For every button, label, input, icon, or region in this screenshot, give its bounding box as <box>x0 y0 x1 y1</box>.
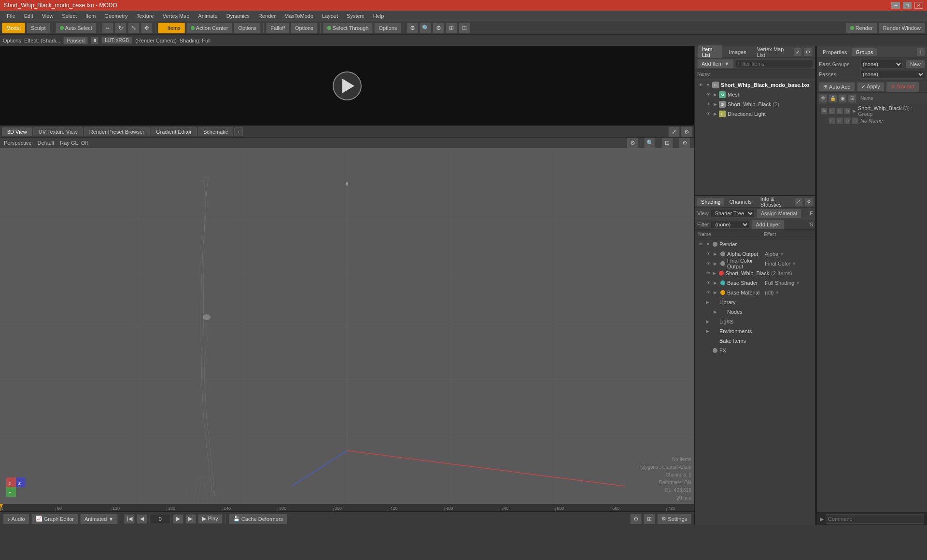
passes-select[interactable]: (none) <box>860 70 925 79</box>
menu-file[interactable]: File <box>3 12 19 20</box>
cache-deformers-button[interactable]: 💾 Cache Deformers <box>229 514 287 524</box>
shader-tree-select[interactable]: Shader Tree <box>711 209 755 218</box>
expand-icon[interactable]: ▶ <box>714 261 718 266</box>
shader-row[interactable]: ▶ Lights <box>695 317 815 326</box>
list-item[interactable]: 👁 ▼ F Short_Whip_Black_modo_base.lxo <box>695 80 815 90</box>
expand-icon[interactable]: ▶ <box>714 309 718 314</box>
list-item[interactable]: 👁 ▶ M Mesh <box>695 90 815 99</box>
shading-expand-icon[interactable]: ⤢ <box>794 197 803 206</box>
auto-add-button[interactable]: ⊞ Auto Add <box>819 82 855 92</box>
tab-item-list[interactable]: Item List <box>698 45 722 59</box>
tab-3d-view[interactable]: 3D View <box>2 127 32 136</box>
menu-render[interactable]: Render <box>254 12 280 20</box>
transport-icon2[interactable]: ⊞ <box>644 514 655 524</box>
eye-icon[interactable]: 👁 <box>705 101 712 107</box>
add-tab-button[interactable]: + <box>234 127 243 136</box>
viewport-top-right-icon3[interactable]: ⊡ <box>661 138 673 148</box>
group-vis-icon[interactable]: □ <box>844 117 851 124</box>
group-eye-icon[interactable]: □ <box>829 117 835 124</box>
action-center-button[interactable]: Action Center <box>186 23 233 33</box>
menu-dynamics[interactable]: Dynamics <box>223 12 253 20</box>
icon3-button[interactable]: ⚙ <box>433 23 444 33</box>
apply-button[interactable]: ✓ Apply <box>857 82 885 92</box>
tab-render-preset[interactable]: Render Preset Browser <box>84 127 150 136</box>
render-button[interactable]: Render <box>846 23 877 33</box>
animated-button[interactable]: Animated ▼ <box>80 514 118 524</box>
eye-icon[interactable]: 👁 <box>705 251 712 257</box>
rotate-tool-button[interactable]: ↻ <box>115 23 126 33</box>
groups-content[interactable]: 👁 □ □ □ ▶ Short_Whip_Black (3) : Group □… <box>817 104 927 512</box>
shader-row[interactable]: 👁 ▶ Base Shader Full Shading ▼ <box>695 278 815 288</box>
icon5-button[interactable]: ⊡ <box>459 23 470 33</box>
expand-icon[interactable]: ▶ <box>706 300 711 305</box>
expand-icon[interactable]: ▶ <box>713 271 717 276</box>
new-pass-group-button[interactable]: New <box>906 60 925 69</box>
list-item[interactable]: 👁 ▶ L Directional Light <box>695 109 815 119</box>
group-lock-icon[interactable]: □ <box>829 108 835 114</box>
add-layer-button[interactable]: Add Layer <box>751 220 784 229</box>
menu-animate[interactable]: Animate <box>194 12 221 20</box>
expand-icon[interactable]: ▼ <box>706 242 711 247</box>
eye-icon[interactable]: 👁 <box>697 241 704 247</box>
preview-play-button[interactable] <box>333 71 362 100</box>
transform-tool-button[interactable]: ✥ <box>141 23 153 33</box>
expand-icon[interactable]: ▶ <box>714 280 718 285</box>
eye-icon[interactable]: 👁 <box>705 261 712 266</box>
viewport-3d[interactable]: No Items Polygons : Catmull-Clark Channe… <box>0 148 694 504</box>
eye-icon[interactable]: 👁 <box>705 270 711 276</box>
expand-arrow-icon[interactable]: ▶ <box>714 92 717 97</box>
shader-row[interactable]: 👁 ▼ Render <box>695 239 815 249</box>
shader-row[interactable]: ▶ Library <box>695 297 815 307</box>
settings-button[interactable]: ⚙ Settings <box>657 514 691 524</box>
tab-info-statistics[interactable]: Info & Statistics <box>757 195 793 209</box>
menu-layout[interactable]: Layout <box>318 12 342 20</box>
shader-row[interactable]: 👁 ▶ Final Color Output Final Color ▼ <box>695 259 815 268</box>
panel-icon-expand[interactable]: ⤢ <box>793 48 802 56</box>
options3-button[interactable]: Options <box>374 23 401 33</box>
viewport-top-right-icon4[interactable]: ⚙ <box>679 138 690 148</box>
group-vis-icon[interactable]: □ <box>836 108 843 114</box>
expand-arrow-icon[interactable]: ▼ <box>706 83 710 87</box>
move-tool-button[interactable]: ↔ <box>102 23 113 33</box>
items-button[interactable]: Items <box>158 23 185 33</box>
add-item-button[interactable]: Add Item ▼ <box>697 59 734 69</box>
select-through-button[interactable]: Select Through <box>323 23 373 33</box>
next-frame-button[interactable]: ▶ <box>173 514 183 524</box>
menu-select[interactable]: Select <box>58 12 81 20</box>
menu-view[interactable]: View <box>38 12 57 20</box>
auto-select-button[interactable]: Auto Select <box>56 23 97 33</box>
menu-maxtomodo[interactable]: MaxToModo <box>281 12 317 20</box>
groups-row[interactable]: □ □ □ □ No Name <box>819 116 925 126</box>
expand-arrow-icon[interactable]: ▶ <box>714 102 717 107</box>
menu-vertex-map[interactable]: Vertex Map <box>159 12 194 20</box>
eye-icon[interactable]: 👁 <box>705 92 712 98</box>
maximize-button[interactable]: □ <box>903 2 912 9</box>
filter-select[interactable]: (none) <box>711 220 749 229</box>
graph-editor-button[interactable]: 📈 Graph Editor <box>31 514 78 524</box>
command-input[interactable] <box>826 514 924 524</box>
minimize-button[interactable]: ─ <box>891 2 900 9</box>
tab-schematic[interactable]: Schematic <box>198 127 233 136</box>
expand-icon[interactable]: ▶ <box>706 329 711 334</box>
scale-tool-button[interactable]: ⤡ <box>128 23 140 33</box>
audio-button[interactable]: ♪ Audio <box>3 514 29 524</box>
expand-icon[interactable]: ▶ <box>853 109 856 113</box>
viewport-top-right-icon1[interactable]: ⚙ <box>627 138 638 148</box>
menu-help[interactable]: Help <box>369 12 388 20</box>
filter-items-input[interactable] <box>736 59 813 68</box>
menu-geometry[interactable]: Geometry <box>100 12 131 20</box>
eye-icon[interactable]: 👁 <box>705 111 712 117</box>
shading-settings-icon[interactable]: ⚙ <box>804 197 813 206</box>
tab-uv-texture[interactable]: UV Texture View <box>33 127 83 136</box>
menu-system[interactable]: System <box>343 12 368 20</box>
viewport-settings-button[interactable]: ⚙ <box>681 126 692 137</box>
visibility-icon[interactable]: ◉ <box>838 94 847 103</box>
shader-row[interactable]: ▶ Nodes <box>695 307 815 317</box>
transport-icon1[interactable]: ⚙ <box>630 514 642 524</box>
menu-item[interactable]: Item <box>82 12 99 20</box>
viewport-top-right-icon2[interactable]: 🔍 <box>644 138 656 148</box>
shader-row[interactable]: ▶ Environments <box>695 326 815 336</box>
eye-icon[interactable]: 👁 <box>697 82 704 88</box>
menu-edit[interactable]: Edit <box>20 12 37 20</box>
list-item[interactable]: 👁 ▶ G Short_Whip_Black (2) <box>695 99 815 109</box>
